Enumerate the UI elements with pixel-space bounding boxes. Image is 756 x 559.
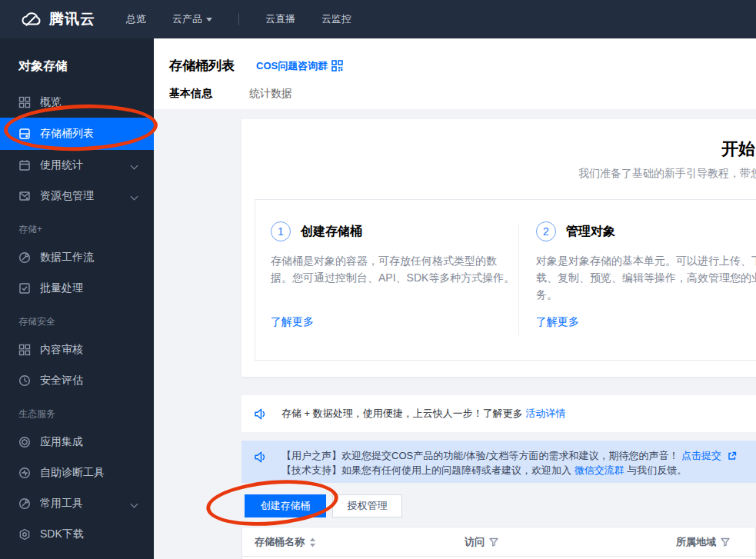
sidebar-item-label: 自助诊断工具 (40, 466, 105, 480)
step-number-badge: 2 (536, 221, 556, 241)
sidebar-item-label: 批量处理 (40, 281, 83, 295)
chevron-down-icon (131, 162, 138, 170)
sidebar-item-label: 资源包管理 (40, 189, 94, 203)
column-region[interactable]: 所属地域 (676, 527, 730, 557)
bucket-table: 存储桶名称 访问 (241, 527, 756, 559)
diagnosis-icon (18, 467, 31, 479)
auth-management-button[interactable]: 授权管理 (332, 494, 402, 517)
sidebar-item-usage-stats[interactable]: 使用统计 (0, 150, 154, 181)
main-content: 存储桶列表 COS问题咨询群 (154, 38, 756, 559)
step-manage-objects: 2 管理对象 对象是对象存储的基本单元。可以进行上传、下载、复制、预览、编辑等操… (518, 225, 756, 335)
brand-name: 腾讯云 (49, 9, 95, 29)
sidebar-item-security-assessment[interactable]: 安全评估 (0, 365, 154, 396)
top-navbar: 腾讯云 总览 云产品 云直播 云监控 (0, 0, 756, 38)
learn-more-link[interactable]: 了解更多 (536, 315, 579, 329)
tools-icon (18, 497, 31, 510)
sidebar-item-label: 内容审核 (40, 343, 83, 357)
sidebar-item-data-workflow[interactable]: 数据工作流 (0, 242, 154, 273)
step-description: 存储桶是对象的容器，可存放任何格式类型的数据。您可通过控制台、API、SDK等多… (271, 252, 515, 286)
external-link-icon (728, 451, 737, 461)
sidebar-title: 对象存储 (0, 38, 154, 87)
cos-consult-group-link[interactable]: COS问题咨询群 (256, 59, 343, 73)
sidebar-item-label: 概览 (40, 95, 62, 109)
integration-icon (18, 436, 31, 448)
bucket-icon (18, 128, 31, 140)
tencent-cloud-console: 腾讯云 总览 云产品 云直播 云监控 对象存储 概览 (0, 0, 756, 559)
filter-icon[interactable] (721, 537, 730, 547)
guide-steps-box: 1 创建存储桶 存储桶是对象的容器，可存放任何格式类型的数据。您可通过控制台、A… (255, 199, 756, 361)
sidebar-item-content-moderation[interactable]: 内容审核 (0, 334, 154, 365)
sidebar-item-bucket-list[interactable]: 存储桶列表 (0, 118, 154, 150)
notice-line-tech-support: 【技术支持】如果您有任何使用上的问题障碍或者建议，欢迎加入 微信交流群 与我们反… (281, 463, 737, 477)
sidebar-item-label: 使用统计 (40, 158, 83, 172)
sidebar-item-label: 数据工作流 (40, 251, 94, 265)
step-number-badge: 1 (271, 221, 291, 241)
sidebar-item-sdk-download[interactable]: SDK下载 (0, 519, 154, 550)
grid-icon (18, 344, 31, 356)
speaker-icon (254, 408, 267, 421)
sidebar: 对象存储 概览 存储桶列表 (0, 38, 154, 559)
chevron-down-icon (206, 18, 212, 22)
grid-icon (18, 96, 31, 108)
bucket-table-header: 存储桶名称 访问 (242, 527, 755, 557)
chevron-down-icon (131, 501, 138, 508)
nav-item-monitor[interactable]: 云监控 (321, 12, 351, 26)
batch-icon (18, 282, 31, 294)
step-title: 管理对象 (566, 224, 615, 240)
workflow-icon (18, 251, 31, 264)
column-access[interactable]: 访问 (465, 527, 498, 557)
cloud-logo-icon (20, 10, 43, 28)
sidebar-item-common-tools[interactable]: 常用工具 (0, 488, 154, 519)
sidebar-item-label: 安全评估 (40, 374, 83, 388)
feedback-notice: 【用户之声】欢迎您提交COS产品的功能/体验/文档等方面的需求和建议，期待您的声… (241, 441, 756, 483)
sidebar-item-batch-processing[interactable]: 批量处理 (0, 273, 154, 304)
sidebar-item-self-diagnosis[interactable]: 自助诊断工具 (0, 458, 154, 488)
calendar-icon (18, 159, 31, 171)
page-header: 存储桶列表 COS问题咨询群 (154, 38, 756, 75)
guide-subtitle: 我们准备了基础的新手引导教程，带您快速 (578, 167, 756, 181)
sort-icon[interactable] (309, 537, 316, 547)
sidebar-item-overview[interactable]: 概览 (0, 87, 154, 118)
create-bucket-button[interactable]: 创建存储桶 (245, 494, 326, 517)
sidebar-item-label: 常用工具 (40, 497, 83, 511)
sdk-icon (18, 528, 31, 541)
chevron-down-icon (131, 193, 138, 201)
sidebar-section-storage-security: 存储安全 (0, 304, 154, 334)
sidebar-item-resource-packs[interactable]: 资源包管理 (0, 181, 154, 211)
qr-code-icon (331, 60, 343, 72)
sidebar-item-app-integration[interactable]: 应用集成 (0, 427, 154, 458)
content-area: 开始 我们准备了基础的新手引导教程，带您快速 1 创建存储桶 存储桶是对象的容器… (154, 109, 756, 559)
activity-details-link[interactable]: 活动详情 (525, 408, 565, 419)
step-description: 对象是对象存储的基本单元。可以进行上传、下载、复制、预览、编辑等操作，高效管理您… (536, 252, 756, 303)
step-title: 创建存储桶 (301, 224, 362, 240)
page-title: 存储桶列表 (169, 57, 235, 75)
sidebar-item-label: 存储桶列表 (40, 127, 94, 141)
sidebar-item-label: SDK下载 (40, 527, 84, 541)
step-create-bucket: 1 创建存储桶 存储桶是对象的容器，可存放任何格式类型的数据。您可通过控制台、A… (255, 200, 518, 360)
guide-title: 开始 (721, 138, 755, 161)
nav-divider (238, 13, 239, 25)
nav-item-overview[interactable]: 总览 (126, 12, 146, 26)
notice-line-user-voice: 【用户之声】欢迎您提交COS产品的功能/体验/文档等方面的需求和建议，期待您的声… (281, 448, 737, 463)
promo-banner: 存储 + 数据处理，使用便捷，上云快人一步！了解更多 活动详情 (241, 395, 756, 432)
package-icon (18, 190, 31, 202)
sidebar-item-label: 应用集成 (40, 435, 83, 449)
speaker-icon (254, 451, 267, 483)
submit-feedback-link[interactable]: 点击提交 (681, 450, 721, 461)
sidebar-section-ecosystem: 生态服务 (0, 396, 154, 427)
action-bar: 创建存储桶 授权管理 (241, 494, 756, 517)
promo-text: 存储 + 数据处理，使用便捷，上云快人一步！了解更多 活动详情 (281, 407, 565, 421)
wechat-group-link[interactable]: 微信交流群 (574, 464, 624, 476)
filter-icon[interactable] (489, 537, 498, 547)
column-bucket-name[interactable]: 存储桶名称 (255, 527, 316, 557)
brand-logo[interactable]: 腾讯云 (20, 9, 95, 29)
getting-started-card: 开始 我们准备了基础的新手引导教程，带您快速 1 创建存储桶 存储桶是对象的容器… (241, 119, 756, 377)
sidebar-section-storage-plus: 存储+ (0, 211, 154, 242)
gauge-icon (18, 374, 31, 387)
sidebar-item-key-management[interactable]: 密钥管理 (0, 550, 154, 559)
nav-item-live[interactable]: 云直播 (265, 12, 295, 26)
learn-more-link[interactable]: 了解更多 (271, 315, 314, 329)
nav-item-products[interactable]: 云产品 (172, 12, 212, 26)
